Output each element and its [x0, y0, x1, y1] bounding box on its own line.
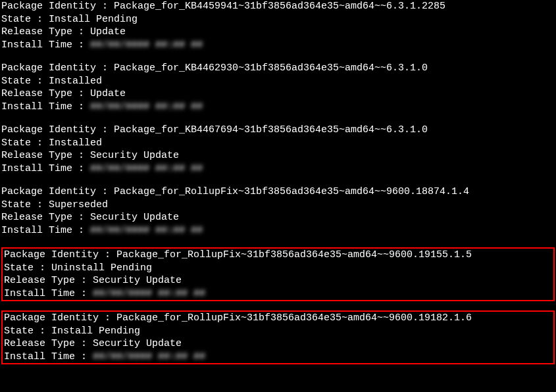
label-package-identity: Package Identity : [1, 1, 114, 12]
release-type-line: Release Type : Update [1, 87, 555, 101]
install-time-line: Install Time : ##/##/#### ##:## ## [1, 224, 555, 237]
install-time-line: Install Time : ##/##/#### ##:## ## [1, 101, 555, 114]
install-time-line: Install Time : ##/##/#### ##:## ## [1, 39, 555, 52]
state-value: Installed [49, 76, 102, 87]
package-identity-value: Package_for_RollupFix~31bf3856ad364e35~a… [116, 249, 472, 260]
label-release-type: Release Type : [1, 88, 90, 99]
install-time-line: Install Time : ##/##/#### ##:## ## [1, 162, 555, 176]
label-package-identity: Package Identity : [1, 186, 114, 197]
package-identity-line: Package Identity : Package_for_KB4462930… [1, 62, 555, 75]
state-value: Superseded [49, 199, 108, 210]
install-time-line: Install Time : ##/##/#### ##:## ## [3, 287, 553, 301]
package-block: Package Identity : Package_for_KB4467694… [1, 124, 555, 175]
label-state: State : [1, 76, 49, 87]
label-install-time: Install Time : [4, 351, 93, 362]
install-time-redacted: ##/##/#### ##:## ## [90, 39, 203, 52]
package-identity-value: Package_for_RollupFix~31bf3856ad364e35~a… [114, 186, 469, 197]
release-type-value: Security Update [90, 150, 179, 161]
label-release-type: Release Type : [1, 150, 90, 161]
label-package-identity: Package Identity : [4, 312, 116, 324]
package-identity-line: Package Identity : Package_for_RollupFix… [3, 249, 553, 262]
install-time-redacted: ##/##/#### ##:## ## [90, 162, 203, 176]
label-release-type: Release Type : [4, 275, 93, 286]
label-package-identity: Package Identity : [1, 124, 114, 135]
install-time-redacted: ##/##/#### ##:## ## [90, 224, 203, 237]
label-install-time: Install Time : [1, 225, 90, 236]
label-package-identity: Package Identity : [4, 249, 116, 260]
package-identity-line: Package Identity : Package_for_KB4459941… [1, 0, 555, 13]
install-time-line: Install Time : ##/##/#### ##:## ## [3, 351, 553, 364]
label-install-time: Install Time : [1, 39, 90, 51]
package-identity-value: Package_for_KB4467694~31bf3856ad364e35~a… [114, 124, 428, 135]
release-type-line: Release Type : Update [1, 26, 555, 39]
release-type-line: Release Type : Security Update [1, 211, 555, 224]
package-block: Package Identity : Package_for_RollupFix… [1, 185, 555, 237]
state-value: Uninstall Pending [51, 262, 152, 274]
state-line: State : Install Pending [1, 13, 555, 26]
package-block: Package Identity : Package_for_KB4462930… [1, 62, 555, 113]
release-type-value: Security Update [93, 275, 182, 286]
install-time-redacted: ##/##/#### ##:## ## [93, 351, 205, 364]
package-identity-value: Package_for_KB4462930~31bf3856ad364e35~a… [114, 62, 428, 74]
package-block: Package Identity : Package_for_KB4459941… [1, 0, 555, 51]
label-state: State : [4, 326, 51, 337]
label-install-time: Install Time : [1, 163, 90, 174]
release-type-line: Release Type : Security Update [1, 149, 555, 162]
state-line: State : Superseded [1, 199, 555, 212]
state-line: State : Installed [1, 137, 555, 150]
package-identity-line: Package Identity : Package_for_KB4467694… [1, 124, 555, 137]
release-type-value: Update [90, 88, 126, 99]
state-value: Installed [49, 137, 102, 149]
release-type-value: Security Update [90, 212, 179, 223]
label-state: State : [4, 262, 51, 274]
label-release-type: Release Type : [1, 212, 90, 223]
label-state: State : [1, 137, 49, 149]
package-identity-value: Package_for_RollupFix~31bf3856ad364e35~a… [116, 312, 472, 324]
label-state: State : [1, 199, 49, 210]
state-line: State : Uninstall Pending [3, 262, 553, 275]
package-identity-line: Package Identity : Package_for_RollupFix… [1, 185, 555, 199]
package-block-highlighted: Package Identity : Package_for_RollupFix… [1, 310, 555, 364]
package-identity-line: Package Identity : Package_for_RollupFix… [3, 312, 553, 325]
release-type-line: Release Type : Security Update [3, 274, 553, 287]
package-identity-value: Package_for_KB4459941~31bf3856ad364e35~a… [114, 1, 445, 12]
install-time-redacted: ##/##/#### ##:## ## [93, 287, 205, 301]
state-line: State : Install Pending [3, 325, 553, 338]
terminal-output: Package Identity : Package_for_KB4459941… [0, 0, 556, 364]
release-type-line: Release Type : Security Update [3, 337, 553, 351]
state-value: Install Pending [51, 326, 140, 337]
label-state: State : [1, 14, 49, 25]
label-package-identity: Package Identity : [1, 62, 114, 74]
package-block-highlighted: Package Identity : Package_for_RollupFix… [1, 247, 555, 301]
label-release-type: Release Type : [4, 338, 93, 349]
state-value: Install Pending [49, 14, 138, 25]
state-line: State : Installed [1, 75, 555, 88]
release-type-value: Update [90, 26, 126, 37]
label-install-time: Install Time : [1, 101, 90, 112]
label-install-time: Install Time : [4, 288, 93, 299]
release-type-value: Security Update [93, 338, 182, 349]
label-release-type: Release Type : [1, 26, 90, 37]
install-time-redacted: ##/##/#### ##:## ## [90, 101, 203, 114]
